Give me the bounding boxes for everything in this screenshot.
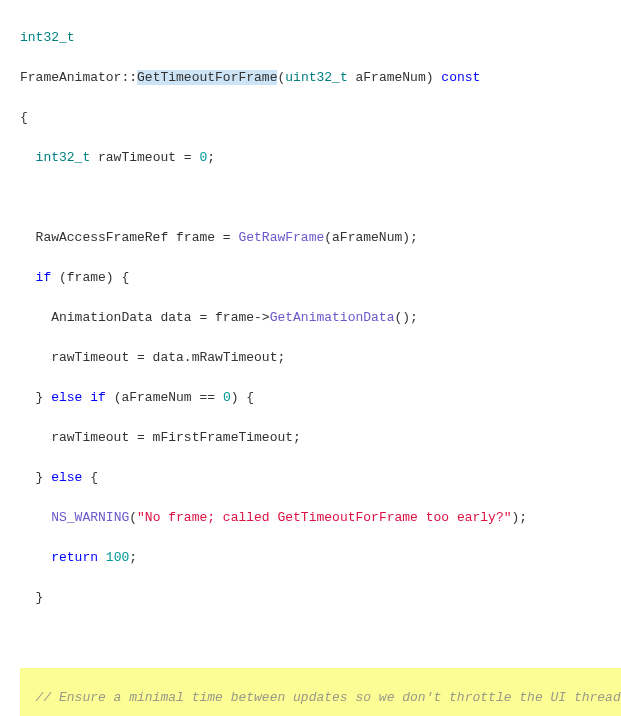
code-line: } — [20, 588, 621, 608]
code-text: (aFrameNum == — [106, 390, 223, 405]
code-text: } — [20, 470, 51, 485]
string-literal: "No frame; called GetTimeoutForFrame too… — [137, 510, 511, 525]
code-line: FrameAnimator::GetTimeoutForFrame(uint32… — [20, 68, 621, 88]
scope-name: FrameAnimator:: — [20, 70, 137, 85]
else-keyword: else — [51, 390, 82, 405]
code-line: } else { — [20, 468, 621, 488]
code-text: (frame) { — [51, 270, 129, 285]
code-text: { — [82, 470, 98, 485]
code-line: int32_t — [20, 28, 621, 48]
number-literal: 0 — [223, 390, 231, 405]
code-line: rawTimeout = data.mRawTimeout; — [20, 348, 621, 368]
code-text: } — [20, 390, 51, 405]
semicolon: ; — [129, 550, 137, 565]
code-line: int32_t rawTimeout = 0; — [20, 148, 621, 168]
blank-line — [20, 188, 621, 208]
function-call: NS_WARNING — [51, 510, 129, 525]
code-line: RawAccessFrameRef frame = GetRawFrame(aF… — [20, 228, 621, 248]
brace: } — [20, 590, 43, 605]
number-literal: 100 — [106, 550, 129, 565]
code-line: if (frame) { — [20, 268, 621, 288]
indent — [20, 270, 36, 285]
type-keyword: int32_t — [20, 30, 75, 45]
code-text: (aFrameNum); — [324, 230, 418, 245]
code-line: } else if (aFrameNum == 0) { — [20, 388, 621, 408]
function-call: GetRawFrame — [238, 230, 324, 245]
code-line: NS_WARNING("No frame; called GetTimeoutF… — [20, 508, 621, 528]
code-text: ) { — [231, 390, 254, 405]
space — [98, 550, 106, 565]
code-block: int32_t FrameAnimator::GetTimeoutForFram… — [0, 0, 621, 716]
paren: ( — [129, 510, 137, 525]
return-keyword: return — [51, 550, 98, 565]
indent — [20, 550, 51, 565]
type-keyword: int32_t — [36, 150, 91, 165]
paren: ) — [426, 70, 442, 85]
code-text: RawAccessFrameRef frame = — [20, 230, 238, 245]
code-line: rawTimeout = mFirstFrameTimeout; — [20, 428, 621, 448]
semicolon: ; — [207, 150, 215, 165]
brace: { — [20, 110, 28, 125]
const-keyword: const — [441, 70, 480, 85]
code-line: AnimationData data = frame->GetAnimation… — [20, 308, 621, 328]
code-text: rawTimeout = — [90, 150, 199, 165]
comment-line: // Ensure a minimal time between updates… — [20, 688, 621, 708]
type-keyword: uint32_t — [285, 70, 347, 85]
code-text: (); — [394, 310, 417, 325]
code-text: AnimationData data = frame-> — [20, 310, 270, 325]
code-text: rawTimeout = mFirstFrameTimeout; — [20, 430, 301, 445]
else-keyword: else — [51, 470, 82, 485]
code-text: ); — [512, 510, 528, 525]
code-line: return 100; — [20, 548, 621, 568]
indent — [20, 510, 51, 525]
indent — [20, 150, 36, 165]
param-name: aFrameNum — [348, 70, 426, 85]
function-name-highlighted: GetTimeoutForFrame — [137, 70, 277, 85]
if-keyword: if — [90, 390, 106, 405]
function-call: GetAnimationData — [270, 310, 395, 325]
code-text: rawTimeout = data.mRawTimeout; — [20, 350, 285, 365]
blank-line — [20, 628, 621, 648]
if-keyword: if — [36, 270, 52, 285]
highlighted-comment-block: // Ensure a minimal time between updates… — [20, 668, 621, 716]
code-line: { — [20, 108, 621, 128]
